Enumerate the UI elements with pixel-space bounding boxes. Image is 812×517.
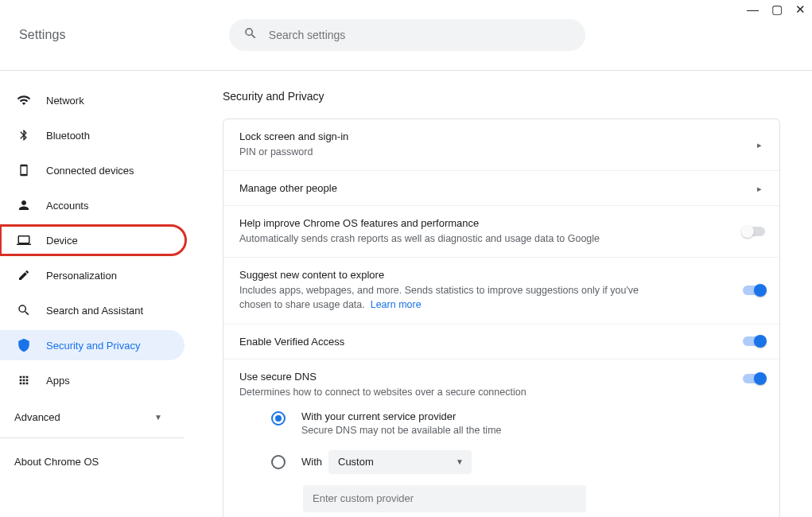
row-lock-screen[interactable]: Lock screen and sign-in PIN or password … — [223, 119, 779, 171]
row-sub: Includes apps, webpages, and more. Sends… — [239, 283, 653, 312]
sidebar-advanced[interactable]: Advanced ▼ — [0, 400, 185, 434]
sidebar-item-label: Personalization — [46, 270, 117, 282]
wifi-icon — [16, 92, 32, 108]
sidebar-item-connected-devices[interactable]: Connected devices — [0, 155, 185, 185]
pencil-icon — [16, 267, 32, 283]
row-sub: PIN or password — [239, 145, 763, 159]
sidebar-item-label: Connected devices — [46, 165, 134, 177]
maximize-button[interactable]: ▢ — [771, 3, 783, 15]
sidebar-item-label: Device — [46, 235, 78, 247]
chevron-right-icon: ▸ — [757, 183, 762, 193]
sidebar-item-accounts[interactable]: Accounts — [0, 190, 185, 220]
sidebar-item-personalization[interactable]: Personalization — [0, 260, 185, 290]
row-title: Manage other people — [239, 182, 763, 194]
sidebar-item-apps[interactable]: Apps — [0, 365, 185, 395]
toggle-verified-access[interactable] — [743, 336, 765, 346]
row-title: Suggest new content to explore — [239, 269, 763, 281]
radio-label: With — [301, 456, 322, 468]
page-title: Settings — [19, 28, 66, 42]
advanced-label: Advanced — [14, 411, 60, 423]
chevron-down-icon: ▼ — [154, 413, 162, 422]
laptop-icon — [16, 232, 32, 248]
row-sub: Determines how to connect to websites ov… — [239, 385, 763, 399]
sidebar-item-network[interactable]: Network — [0, 85, 185, 115]
sidebar-item-label: Accounts — [46, 200, 88, 212]
row-title: Help improve Chrome OS features and perf… — [239, 217, 763, 229]
row-suggest-content: Suggest new content to explore Includes … — [223, 258, 779, 324]
sidebar-divider — [0, 437, 185, 438]
about-label: About Chrome OS — [14, 456, 99, 468]
sidebar-about[interactable]: About Chrome OS — [0, 441, 185, 482]
row-verified-access: Enable Verified Access — [223, 325, 779, 360]
row-title: Enable Verified Access — [239, 336, 763, 348]
sidebar-item-search-assistant[interactable]: Search and Assistant — [0, 295, 185, 325]
window-controls: — ▢ ✕ — [747, 3, 806, 15]
dns-option-current-provider[interactable]: With your current service provider Secur… — [271, 410, 763, 436]
header: Settings — [0, 0, 812, 70]
learn-more-link[interactable]: Learn more — [371, 299, 422, 310]
radio-sub: Secure DNS may not be available all the … — [301, 425, 502, 436]
toggle-crash-reports[interactable] — [743, 227, 765, 236]
section-title: Security and Privacy — [223, 90, 780, 103]
radio-button[interactable] — [271, 455, 286, 469]
bluetooth-icon — [16, 127, 32, 143]
sidebar-item-label: Security and Privacy — [46, 340, 141, 352]
toggle-suggest-content[interactable] — [743, 286, 765, 295]
row-secure-dns: Use secure DNS Determines how to connect… — [223, 360, 779, 518]
search-icon — [16, 302, 32, 318]
dns-custom-input[interactable] — [303, 485, 586, 512]
dns-provider-select[interactable]: Custom ▼ — [328, 450, 472, 474]
minimize-button[interactable]: — — [747, 3, 759, 15]
content: Security and Privacy Lock screen and sig… — [185, 71, 812, 517]
radio-button[interactable] — [271, 411, 286, 426]
apps-icon — [16, 372, 32, 388]
search-icon — [243, 26, 258, 44]
row-sub: Automatically sends crash reports as wel… — [239, 231, 763, 246]
search-box[interactable] — [229, 19, 585, 51]
devices-icon — [16, 162, 32, 178]
dns-option-custom[interactable]: With Custom ▼ — [271, 450, 763, 474]
sidebar-item-bluetooth[interactable]: Bluetooth — [0, 120, 185, 150]
dns-options: With your current service provider Secur… — [271, 410, 763, 512]
row-manage-people[interactable]: Manage other people ▸ — [223, 171, 779, 206]
chevron-right-icon: ▸ — [757, 140, 762, 150]
close-button[interactable]: ✕ — [795, 3, 806, 15]
sidebar-item-label: Search and Assistant — [46, 305, 143, 317]
settings-card: Lock screen and sign-in PIN or password … — [223, 119, 780, 517]
sidebar-item-label: Apps — [46, 375, 70, 387]
radio-label: With your current service provider — [301, 410, 502, 422]
sidebar-item-security-privacy[interactable]: Security and Privacy — [0, 330, 185, 360]
sidebar: Network Bluetooth Connected devices Acco… — [0, 71, 185, 517]
chevron-down-icon: ▼ — [456, 457, 464, 466]
select-value: Custom — [338, 456, 374, 468]
person-icon — [16, 197, 32, 213]
row-title: Use secure DNS — [239, 371, 763, 383]
shield-icon — [16, 337, 32, 353]
sidebar-item-label: Network — [46, 95, 84, 107]
toggle-secure-dns[interactable] — [743, 374, 765, 383]
row-title: Lock screen and sign-in — [239, 130, 763, 142]
sidebar-item-device[interactable]: Device — [0, 225, 186, 255]
search-input[interactable] — [269, 29, 571, 41]
sidebar-item-label: Bluetooth — [46, 130, 90, 142]
row-crash-reports: Help improve Chrome OS features and perf… — [223, 206, 779, 258]
